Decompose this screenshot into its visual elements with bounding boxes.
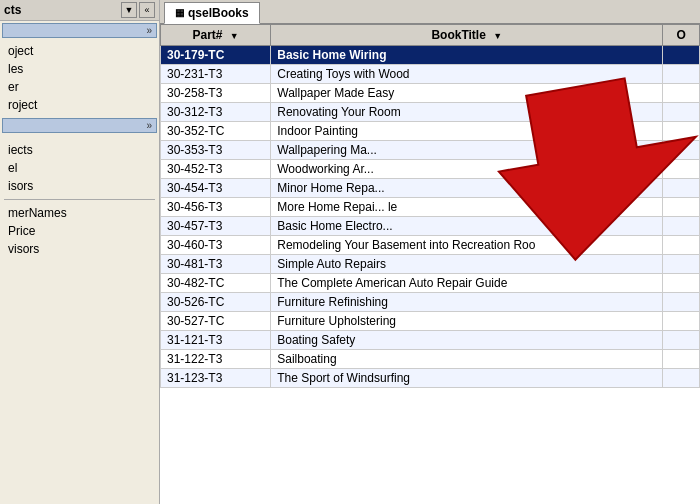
sort-arrow-title: ▼ [493,31,502,41]
cell-part: 30-352-TC [161,122,271,141]
table-row[interactable]: 30-258-T3Wallpaper Made Easy [161,84,700,103]
cell-part: 30-482-TC [161,274,271,293]
cell-other [663,217,700,236]
cell-title: The Sport of Windsurfing [271,369,663,388]
table-row[interactable]: 30-526-TCFurniture Refinishing [161,293,700,312]
sidebar-header: cts ▼ « [0,0,159,21]
sidebar-item-price[interactable]: Price [0,222,159,240]
cell-part: 30-526-TC [161,293,271,312]
table-row[interactable]: 30-312-T3Renovating Your Room [161,103,700,122]
sidebar-collapse-btn[interactable]: ▼ [121,2,137,18]
tab-bar: ▦ qselBooks [160,0,700,24]
cell-other [663,198,700,217]
cell-part: 30-452-T3 [161,160,271,179]
table-container[interactable]: Part# ▼ BookTitle ▼ O 30-179-TCBasic Hom… [160,24,700,504]
cell-part: 30-231-T3 [161,65,271,84]
sidebar-item-el[interactable]: el [0,159,159,177]
cell-part: 30-527-TC [161,312,271,331]
table-row[interactable]: 30-452-T3Woodworking Ar... [161,160,700,179]
cell-part: 30-353-T3 [161,141,271,160]
sidebar-divider [4,199,155,200]
col-header-part[interactable]: Part# ▼ [161,25,271,46]
cell-other [663,293,700,312]
cell-title: Creating Toys with Wood [271,65,663,84]
cell-title: Simple Auto Repairs [271,255,663,274]
cell-other [663,350,700,369]
section1-collapse-bar[interactable]: » [2,23,157,38]
tab-label: qselBooks [188,6,249,20]
cell-title: More Home Repai... le [271,198,663,217]
cell-other [663,46,700,65]
collapse-arrow-1: » [146,25,152,36]
cell-title: Boating Safety [271,331,663,350]
cell-other [663,103,700,122]
sidebar-item-isors[interactable]: isors [0,177,159,195]
col-header-title[interactable]: BookTitle ▼ [271,25,663,46]
cell-part: 30-481-T3 [161,255,271,274]
sidebar-item-er[interactable]: er [0,78,159,96]
table-row[interactable]: 30-231-T3Creating Toys with Wood [161,65,700,84]
cell-part: 30-179-TC [161,46,271,65]
table-row[interactable]: 30-482-TCThe Complete American Auto Repa… [161,274,700,293]
cell-part: 30-454-T3 [161,179,271,198]
table-row[interactable]: 30-527-TCFurniture Upholstering [161,312,700,331]
cell-other [663,160,700,179]
sidebar-title: cts [4,3,21,17]
cell-title: Woodworking Ar... [271,160,663,179]
sidebar-section2: iects el isors [0,139,159,197]
cell-part: 30-456-T3 [161,198,271,217]
cell-title: The Complete American Auto Repair Guide [271,274,663,293]
table-row[interactable]: 30-454-T3Minor Home Repa... [161,179,700,198]
sidebar-item-visors[interactable]: visors [0,240,159,258]
collapse-arrow-2: » [146,120,152,131]
cell-part: 31-122-T3 [161,350,271,369]
col-part-label: Part# [192,28,222,42]
cell-other [663,274,700,293]
cell-title: Remodeling Your Basement into Recreation… [271,236,663,255]
sort-arrow-part: ▼ [230,31,239,41]
sidebar-pin-btn[interactable]: « [139,2,155,18]
cell-part: 30-460-T3 [161,236,271,255]
cell-other [663,84,700,103]
cell-part: 30-258-T3 [161,84,271,103]
sidebar-controls: ▼ « [121,2,155,18]
cell-title: Furniture Upholstering [271,312,663,331]
table-row[interactable]: 30-456-T3More Home Repai... le [161,198,700,217]
tab-qselbooks[interactable]: ▦ qselBooks [164,2,260,24]
cell-title: Basic Home Wiring [271,46,663,65]
sidebar-item-oject[interactable]: oject [0,42,159,60]
sidebar-item-les[interactable]: les [0,60,159,78]
table-icon: ▦ [175,7,184,18]
sidebar-item-mernames[interactable]: merNames [0,204,159,222]
table-row[interactable]: 31-122-T3Sailboating [161,350,700,369]
cell-title: Wallpapering Ma... [271,141,663,160]
table-row[interactable]: 30-353-T3Wallpapering Ma... [161,141,700,160]
data-table: Part# ▼ BookTitle ▼ O 30-179-TCBasic Hom… [160,24,700,388]
col-header-other[interactable]: O [663,25,700,46]
table-row[interactable]: 31-121-T3Boating Safety [161,331,700,350]
cell-part: 30-457-T3 [161,217,271,236]
table-row[interactable]: 30-481-T3Simple Auto Repairs [161,255,700,274]
table-row[interactable]: 30-457-T3Basic Home Electro... [161,217,700,236]
table-row[interactable]: 30-352-TCIndoor Painting [161,122,700,141]
cell-title: Sailboating [271,350,663,369]
cell-title: Wallpaper Made Easy [271,84,663,103]
cell-other [663,179,700,198]
table-row[interactable]: 31-123-T3The Sport of Windsurfing [161,369,700,388]
sidebar-item-iects[interactable]: iects [0,141,159,159]
section2-collapse-bar[interactable]: » [2,118,157,133]
cell-other [663,65,700,84]
cell-title: Indoor Painting [271,122,663,141]
table-row[interactable]: 30-460-T3Remodeling Your Basement into R… [161,236,700,255]
cell-other [663,369,700,388]
cell-part: 30-312-T3 [161,103,271,122]
sidebar-item-roject[interactable]: roject [0,96,159,114]
cell-title: Basic Home Electro... [271,217,663,236]
cell-part: 31-121-T3 [161,331,271,350]
cell-part: 31-123-T3 [161,369,271,388]
cell-title: Renovating Your Room [271,103,663,122]
sidebar-section3: merNames Price visors [0,202,159,260]
table-row[interactable]: 30-179-TCBasic Home Wiring [161,46,700,65]
main-area: ▦ qselBooks Part# ▼ BookTitle ▼ O [160,0,700,504]
col-other-label: O [676,28,685,42]
